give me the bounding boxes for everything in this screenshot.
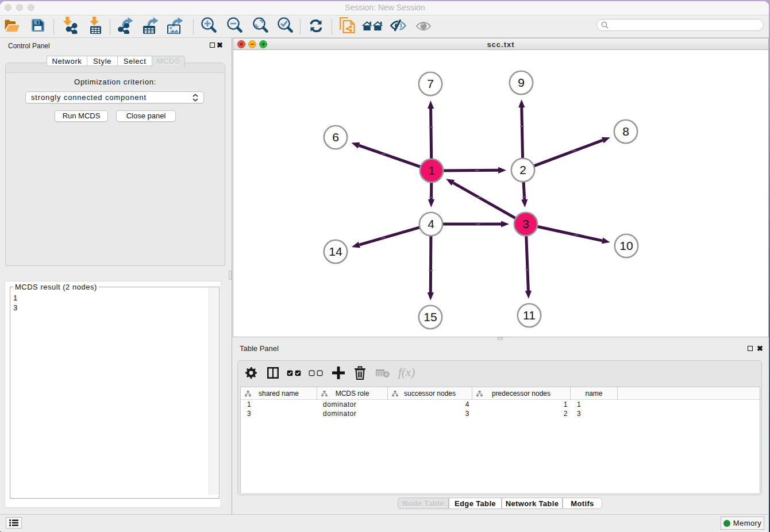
svg-text:10: 10 [619,239,633,252]
svg-text:11: 11 [523,309,536,322]
svg-text:4: 4 [428,217,434,230]
svg-text:6: 6 [332,130,339,144]
svg-text:8: 8 [622,125,629,138]
svg-text:3: 3 [522,217,529,230]
svg-text:9: 9 [518,76,525,89]
svg-text:f(x): f(x) [398,367,415,379]
svg-text:15: 15 [424,310,437,323]
svg-text:7: 7 [427,77,434,90]
svg-text:1: 1 [428,164,435,177]
svg-text:2: 2 [519,163,526,176]
svg-text:14: 14 [329,245,342,258]
